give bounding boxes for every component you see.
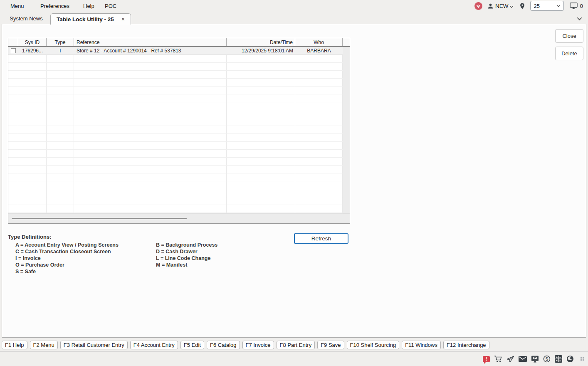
cell-sys-id: 176296... bbox=[18, 47, 47, 54]
close-button[interactable]: Close bbox=[555, 29, 583, 43]
cell-datetime: 12/29/2025 9:18:01 AM bbox=[227, 47, 295, 54]
type-definitions-title: Type Definitions: bbox=[8, 234, 51, 240]
column-header-select[interactable] bbox=[8, 38, 18, 46]
menu-item-poc[interactable]: POC bbox=[105, 3, 116, 9]
fkey-f8-part-entry[interactable]: F8 Part Entry bbox=[277, 341, 315, 349]
user-icon[interactable] bbox=[487, 3, 494, 9]
table-empty-row bbox=[8, 63, 343, 71]
tab-close-icon[interactable]: × bbox=[121, 16, 125, 22]
type-definitions: Type Definitions: A = Account Entry View… bbox=[8, 234, 51, 240]
type-definitions-left-column: A = Account Entry View / Posting Screens… bbox=[15, 242, 119, 275]
tab-system-news[interactable]: System News bbox=[4, 13, 48, 24]
type-def-item: M = Manifest bbox=[156, 262, 217, 268]
table-empty-row bbox=[8, 55, 343, 63]
table-empty-row bbox=[8, 158, 343, 166]
tab-table-lock-utility[interactable]: Table Lock Utility - 25 × bbox=[50, 13, 131, 25]
user-menu-chevron-icon[interactable] bbox=[509, 2, 514, 10]
menu-item-preferences[interactable]: Preferences bbox=[40, 3, 69, 9]
store-select-value: 25 bbox=[534, 3, 539, 9]
delete-button[interactable]: Delete bbox=[555, 47, 583, 60]
send-paper-plane-icon[interactable] bbox=[506, 356, 514, 363]
type-def-item: A = Account Entry View / Posting Screens bbox=[15, 242, 119, 248]
column-header-who[interactable]: Who bbox=[295, 38, 343, 46]
table-empty-row bbox=[8, 94, 343, 102]
table-empty-row bbox=[8, 181, 343, 189]
fkey-f12-interchange[interactable]: F12 Interchange bbox=[443, 341, 489, 349]
fkey-f9-save[interactable]: F9 Save bbox=[317, 341, 344, 349]
column-header-datetime[interactable]: Date/Time bbox=[227, 38, 295, 46]
skype-icon[interactable]: S bbox=[543, 355, 551, 363]
row-checkbox[interactable] bbox=[11, 48, 16, 53]
table-empty-row bbox=[8, 134, 343, 142]
cell-who: BARBARA bbox=[295, 47, 343, 54]
type-definitions-right-column: B = Background Process D = Cash Drawer L… bbox=[156, 242, 217, 268]
table-empty-rows bbox=[8, 55, 350, 213]
fkey-f7-invoice[interactable]: F7 Invoice bbox=[242, 341, 274, 349]
fkey-f11-windows[interactable]: F11 Windows bbox=[402, 341, 441, 349]
workstation-count: 0 bbox=[580, 3, 583, 9]
fkey-f10-shelf-sourcing[interactable]: F10 Shelf Sourcing bbox=[347, 341, 400, 349]
alert-notification-icon[interactable]: ! bbox=[483, 356, 490, 362]
type-def-item: L = Line Code Change bbox=[156, 255, 217, 262]
fkey-f1-help[interactable]: F1 Help bbox=[2, 341, 27, 349]
cell-reference: Store # 12 - Account # 1290014 - Ref # 5… bbox=[74, 47, 227, 54]
remote-workstation-icon[interactable] bbox=[531, 356, 539, 363]
column-header-type[interactable]: Type bbox=[47, 38, 74, 46]
table-empty-row bbox=[8, 189, 343, 197]
table-empty-row bbox=[8, 197, 343, 205]
menu-item-menu[interactable]: Menu bbox=[10, 3, 24, 9]
lock-table: Sys ID Type Reference Date/Time Who 1762… bbox=[8, 38, 350, 224]
content-panel: Sys ID Type Reference Date/Time Who 1762… bbox=[2, 24, 586, 338]
fkey-f3-retail-customer-entry[interactable]: F3 Retail Customer Entry bbox=[60, 341, 128, 349]
mail-envelope-icon[interactable] bbox=[519, 356, 527, 362]
table-header: Sys ID Type Reference Date/Time Who bbox=[8, 38, 350, 47]
table-row[interactable]: 176296... I Store # 12 - Account # 12900… bbox=[8, 47, 343, 55]
column-header-sys-id[interactable]: Sys ID bbox=[18, 38, 47, 46]
location-pin-icon[interactable] bbox=[519, 2, 525, 10]
table-empty-row bbox=[8, 118, 343, 126]
horizontal-scrollbar-thumb[interactable] bbox=[12, 218, 187, 219]
fkey-f6-catalog[interactable]: F6 Catalog bbox=[207, 341, 240, 349]
column-header-reference[interactable]: Reference bbox=[74, 38, 227, 46]
table-empty-row bbox=[8, 150, 343, 158]
type-def-item: O = Purchase Order bbox=[15, 262, 119, 268]
app-window: Menu Preferences Help POC NEW bbox=[0, 0, 588, 366]
svg-text:S: S bbox=[546, 357, 548, 361]
type-def-item: C = Cash Transaction Closeout Screen bbox=[15, 248, 119, 255]
table-empty-row bbox=[8, 110, 343, 118]
refresh-button[interactable]: Refresh bbox=[294, 233, 348, 244]
type-def-item: S = Safe bbox=[15, 268, 119, 275]
menu-bar: Menu Preferences Help POC NEW bbox=[0, 0, 588, 12]
fkey-f2-menu[interactable]: F2 Menu bbox=[30, 341, 58, 349]
resize-grip[interactable] bbox=[581, 357, 584, 361]
type-def-item: D = Cash Drawer bbox=[156, 248, 217, 255]
table-empty-row bbox=[8, 126, 343, 134]
tab-label: Table Lock Utility - 25 bbox=[57, 16, 114, 22]
type-def-item: B = Background Process bbox=[156, 242, 217, 248]
connection-status-icon[interactable] bbox=[474, 2, 482, 10]
table-empty-row bbox=[8, 173, 343, 181]
column-header-filler bbox=[343, 38, 350, 46]
workstation-count-icon[interactable] bbox=[570, 2, 578, 9]
calculator-icon[interactable] bbox=[555, 355, 562, 363]
cell-type: I bbox=[47, 47, 74, 54]
table-empty-row bbox=[8, 205, 343, 213]
shopping-cart-icon[interactable] bbox=[494, 355, 502, 363]
table-empty-row bbox=[8, 71, 343, 79]
globe-icon[interactable] bbox=[566, 355, 574, 363]
user-name-label[interactable]: NEW bbox=[495, 3, 509, 9]
type-def-item: I = Invoice bbox=[15, 255, 119, 262]
function-key-bar: F1 Help F2 Menu F3 Retail Customer Entry… bbox=[0, 339, 588, 351]
table-empty-row bbox=[8, 102, 343, 110]
table-empty-row bbox=[8, 79, 343, 87]
menu-item-help[interactable]: Help bbox=[83, 3, 94, 9]
tab-bar: System News Table Lock Utility - 25 × bbox=[0, 12, 588, 24]
vertical-scrollbar-track[interactable] bbox=[343, 47, 350, 213]
tab-overflow-chevron-icon[interactable] bbox=[577, 15, 582, 22]
fkey-f5-edit[interactable]: F5 Edit bbox=[180, 341, 204, 349]
store-select[interactable]: 25 bbox=[530, 1, 564, 11]
horizontal-scrollbar-track[interactable] bbox=[8, 213, 350, 223]
table-empty-row bbox=[8, 142, 343, 150]
fkey-f4-account-entry[interactable]: F4 Account Entry bbox=[130, 341, 178, 349]
table-empty-row bbox=[8, 87, 343, 94]
